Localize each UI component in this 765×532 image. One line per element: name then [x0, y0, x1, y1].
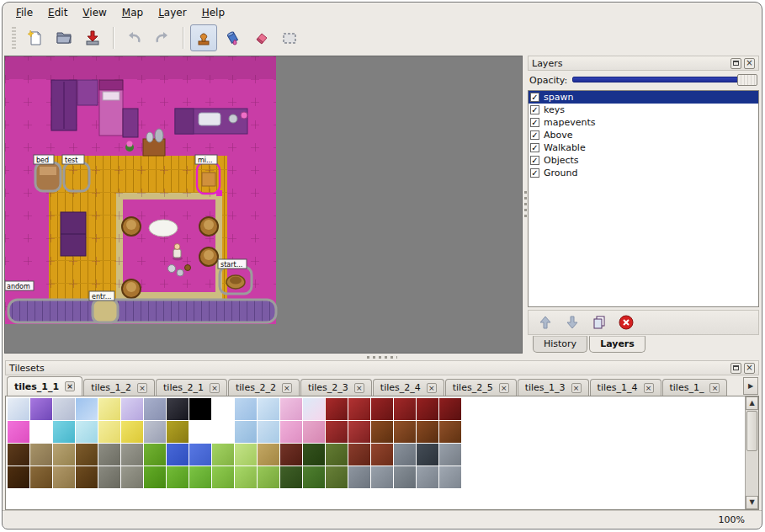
tileset-tile[interactable] [144, 444, 166, 466]
tileset-tile[interactable] [189, 466, 211, 488]
rectangular-select-button[interactable] [276, 24, 303, 51]
menu-item[interactable]: Help [195, 5, 231, 20]
tileset-tile[interactable] [8, 466, 29, 488]
tileset-tile[interactable] [212, 421, 234, 443]
tileset-tile[interactable] [167, 398, 189, 420]
tileset-tile[interactable] [326, 466, 348, 488]
tileset-tab[interactable]: tiles_1_4 [590, 379, 661, 396]
tileset-tile[interactable] [417, 444, 438, 466]
tileset-tile[interactable] [439, 398, 461, 420]
map-view[interactable]: bed test mi... start... entr... andom [4, 56, 523, 354]
tab-close-button[interactable] [571, 383, 582, 393]
tileset-tab[interactable]: tiles_2_3 [300, 379, 372, 396]
tileset-tile[interactable] [417, 398, 438, 420]
tileset-tile[interactable] [121, 466, 143, 488]
scrollbar-thumb[interactable] [746, 411, 757, 451]
stamp-brush-button[interactable] [190, 24, 217, 51]
tileset-tile[interactable] [121, 421, 143, 443]
tileset-tile[interactable] [76, 421, 98, 443]
tileset-tile[interactable] [98, 466, 120, 488]
layer-row[interactable]: keys [529, 104, 758, 116]
tileset-tile[interactable] [235, 444, 257, 466]
tab-close-button[interactable] [644, 383, 654, 393]
raise-layer-button[interactable] [535, 312, 555, 332]
tileset-tab[interactable]: tiles_2_5 [445, 379, 517, 396]
tileset-tile[interactable] [8, 398, 29, 420]
eraser-button[interactable] [247, 24, 274, 51]
tileset-tile[interactable] [98, 421, 120, 443]
tileset-tile[interactable] [76, 398, 98, 420]
tab-scroll-right-button[interactable] [743, 377, 758, 395]
tileset-tile[interactable] [280, 466, 302, 488]
tileset-tile[interactable] [144, 398, 166, 420]
tileset-tile[interactable] [189, 398, 211, 420]
tileset-tile[interactable] [348, 421, 370, 443]
tileset-tab[interactable]: tiles_1_3 [518, 379, 589, 396]
tileset-tile[interactable] [98, 398, 120, 420]
object-resize-handle[interactable] [216, 190, 222, 196]
tileset-tile[interactable] [8, 421, 29, 443]
layer-visibility-checkbox[interactable] [530, 130, 539, 140]
tileset-tile[interactable] [417, 421, 438, 443]
tileset-tile[interactable] [280, 421, 302, 443]
tileset-tile[interactable] [326, 421, 348, 443]
tileset-tab[interactable]: tiles_1_ [662, 379, 728, 396]
tileset-tile[interactable] [189, 444, 211, 466]
tileset-tile[interactable] [394, 421, 416, 443]
tileset-tile[interactable] [98, 444, 120, 466]
tileset-tile[interactable] [371, 421, 393, 443]
toolbar-grip[interactable] [12, 27, 16, 49]
tileset-tile[interactable] [53, 398, 75, 420]
tileset-tile[interactable] [76, 466, 98, 488]
tileset-tile[interactable] [30, 398, 52, 420]
float-panel-button[interactable] [730, 58, 741, 69]
close-panel-button[interactable] [744, 58, 755, 69]
tileset-tab[interactable]: tiles_2_4 [373, 379, 444, 396]
menu-item[interactable]: View [76, 5, 113, 20]
tab-close-button[interactable] [709, 383, 720, 393]
tileset-tile[interactable] [53, 444, 75, 466]
tileset-tile[interactable] [371, 466, 393, 488]
opacity-slider[interactable] [572, 74, 757, 86]
tileset-tile[interactable] [394, 466, 416, 488]
lower-layer-button[interactable] [562, 312, 582, 332]
tileset-tile[interactable] [212, 444, 234, 466]
tab-close-button[interactable] [137, 383, 147, 393]
layer-row[interactable]: Above [529, 129, 758, 141]
tileset-tile[interactable] [53, 466, 75, 488]
tileset-tile[interactable] [212, 466, 234, 488]
tileset-tile[interactable] [326, 444, 348, 466]
tileset-tile[interactable] [348, 444, 370, 466]
menu-item[interactable]: Map [115, 5, 150, 20]
tileset-tile[interactable] [258, 444, 279, 466]
close-panel-button[interactable] [744, 363, 755, 374]
tileset-tile[interactable] [167, 444, 189, 466]
tileset-tile[interactable] [53, 421, 75, 443]
menu-item[interactable]: Layer [151, 5, 193, 20]
tileset-tile[interactable] [439, 466, 461, 488]
tileset-tile[interactable] [280, 398, 302, 420]
tab-close-button[interactable] [282, 383, 292, 393]
menu-item[interactable]: Edit [41, 5, 74, 20]
tileset-tile[interactable] [258, 466, 279, 488]
tileset-tile[interactable] [144, 421, 166, 443]
tab-close-button[interactable] [427, 383, 437, 393]
tileset-tab[interactable]: tiles_2_2 [228, 379, 300, 396]
tileset-tile[interactable] [30, 444, 52, 466]
delete-layer-button[interactable] [616, 312, 636, 332]
tileset-tile[interactable] [76, 444, 98, 466]
tileset-tile[interactable] [167, 466, 189, 488]
redo-button[interactable] [149, 24, 176, 51]
open-map-button[interactable] [50, 24, 77, 51]
opacity-slider-handle[interactable] [737, 74, 757, 86]
layer-visibility-checkbox[interactable] [530, 143, 539, 152]
tileset-tile[interactable] [439, 421, 461, 443]
tileset-tile[interactable] [121, 398, 143, 420]
tileset-tile[interactable] [371, 398, 393, 420]
layer-row[interactable]: Walkable [529, 141, 758, 154]
horizontal-splitter[interactable] [3, 354, 762, 360]
dock-tab[interactable]: History [533, 336, 587, 353]
tileset-tile[interactable] [212, 398, 234, 420]
scroll-down-button[interactable] [746, 496, 758, 509]
tileset-tile[interactable] [303, 421, 325, 443]
